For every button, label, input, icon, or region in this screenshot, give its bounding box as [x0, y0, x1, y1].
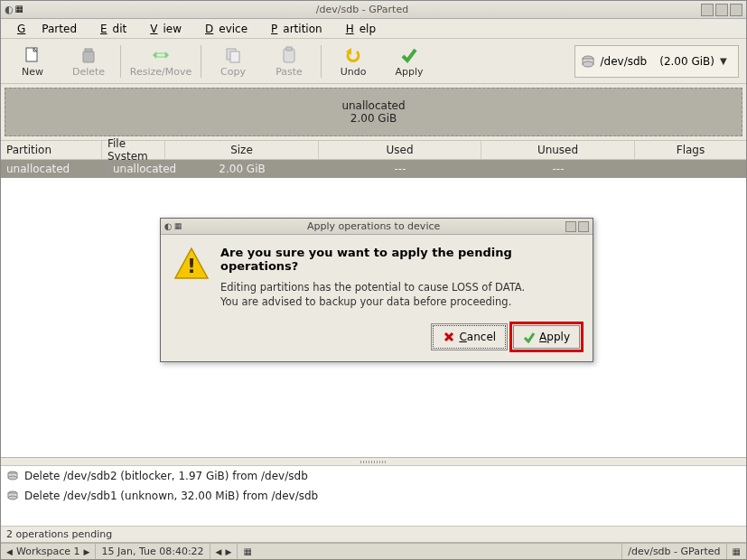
fs-swatch-icon [107, 163, 109, 174]
check-icon [399, 45, 419, 65]
svg-marker-5 [165, 51, 169, 59]
menu-device[interactable]: Device [194, 21, 253, 37]
menu-partition[interactable]: Partition [260, 21, 328, 37]
pane-splitter[interactable] [1, 458, 746, 465]
dialog-minimize-button[interactable] [565, 221, 576, 232]
disk-icon [581, 54, 595, 69]
apply-dialog: ◐ ▦ Apply operations to device ! Are you… [160, 218, 593, 362]
svg-point-21 [8, 476, 17, 480]
menu-edit[interactable]: Edit [89, 21, 132, 37]
svg-rect-3 [85, 49, 92, 51]
taskbar-nav[interactable]: ◀ ▶ [210, 544, 238, 559]
resize-icon [151, 45, 171, 65]
dialog-message-line2: You are advised to backup your data befo… [220, 294, 580, 309]
document-new-icon [23, 45, 42, 65]
tray-icon: ▦ [733, 546, 741, 556]
main-area: ◐ ▦ Apply operations to device ! Are you… [1, 178, 746, 458]
status-text: 2 operations pending [6, 528, 112, 540]
undo-icon [343, 45, 363, 65]
copy-button: Copy [205, 42, 261, 81]
svg-point-14 [583, 61, 593, 67]
workspace-switcher[interactable]: ◀ Workspace 1 ▶ [1, 544, 96, 559]
dialog-close-button[interactable] [578, 221, 589, 232]
cell-flags [635, 160, 746, 178]
menu-view[interactable]: View [139, 21, 187, 37]
chevron-down-icon: ▼ [720, 56, 733, 66]
cell-size: 2.00 GiB [165, 160, 319, 178]
cancel-icon [443, 331, 455, 343]
dialog-titlebar: ◐ ▦ Apply operations to device [161, 219, 593, 235]
svg-rect-2 [83, 51, 94, 62]
drive-selector-size: (2.00 GiB) [659, 55, 714, 68]
svg-text:!: ! [187, 255, 196, 277]
svg-point-24 [8, 496, 17, 499]
dialog-app-icon: ▦ [174, 221, 182, 231]
drive-selector[interactable]: /dev/sdb (2.00 GiB) ▼ [574, 45, 739, 78]
new-button[interactable]: New [5, 42, 61, 81]
drive-selector-device: /dev/sdb [601, 55, 648, 68]
dialog-cancel-button[interactable]: Cancel [433, 325, 506, 349]
chevron-right-icon: ▶ [84, 547, 90, 556]
apply-button[interactable]: Apply [381, 42, 437, 81]
list-item[interactable]: Delete /dev/sdb2 (bitlocker, 1.97 GiB) f… [1, 466, 746, 486]
chevron-left-icon: ◀ [6, 547, 13, 556]
dialog-apply-button[interactable]: Apply [513, 325, 580, 349]
dialog-sysmenu-icon[interactable]: ◐ [164, 221, 173, 231]
pending-op-text: Delete /dev/sdb1 (unknown, 32.00 MiB) fr… [24, 490, 318, 502]
cell-partition: unallocated [1, 160, 102, 178]
pending-operations-list: Delete /dev/sdb2 (bitlocker, 1.97 GiB) f… [1, 465, 746, 527]
table-row[interactable]: unallocated unallocated 2.00 GiB --- --- [1, 160, 746, 178]
list-item[interactable]: Delete /dev/sdb1 (unknown, 32.00 MiB) fr… [1, 486, 746, 506]
cell-fs: unallocated [102, 160, 165, 178]
col-header-flags[interactable]: Flags [635, 141, 746, 159]
chevron-left-icon: ◀ [216, 547, 222, 556]
col-header-partition[interactable]: Partition [1, 141, 102, 159]
dialog-title: Apply operations to device [182, 220, 565, 232]
col-header-unused[interactable]: Unused [481, 141, 635, 159]
cell-used: --- [319, 160, 481, 178]
window-maximize-button[interactable] [715, 4, 728, 16]
window-title: /dev/sdb - GParted [23, 4, 701, 15]
window-sysmenu-icon[interactable]: ◐ [5, 4, 14, 15]
menu-help[interactable]: Help [335, 21, 381, 37]
pending-op-text: Delete /dev/sdb2 (bitlocker, 1.97 GiB) f… [24, 470, 308, 482]
delete-button: Delete [61, 42, 117, 81]
col-header-used[interactable]: Used [319, 141, 481, 159]
cell-unused: --- [481, 160, 635, 178]
titlebar: ◐ ▦ /dev/sdb - GParted [1, 1, 746, 19]
copy-icon [223, 45, 243, 65]
statusbar: 2 operations pending [1, 527, 746, 543]
dialog-heading: Are you sure you want to apply the pendi… [220, 246, 580, 273]
col-header-filesystem[interactable]: File System [102, 141, 165, 159]
col-header-size[interactable]: Size [165, 141, 319, 159]
delete-drive-icon [6, 471, 19, 481]
delete-drive-icon [6, 490, 19, 501]
check-icon [523, 331, 536, 343]
main-window: ◐ ▦ /dev/sdb - GParted GParted Edit View… [0, 0, 747, 560]
resize-move-button: Resize/Move [125, 42, 197, 81]
svg-rect-6 [156, 53, 165, 57]
window-close-button[interactable] [730, 4, 742, 16]
menu-gparted[interactable]: GParted [6, 21, 82, 37]
dialog-message-line1: Editing partitions has the potential to … [220, 280, 580, 294]
svg-rect-8 [230, 51, 239, 62]
warning-icon: ! [173, 246, 210, 282]
trash-icon [79, 45, 98, 65]
window-app-icon: ▦ [15, 4, 23, 15]
paste-button: Paste [261, 42, 317, 81]
partition-graphic[interactable]: unallocated 2.00 GiB [5, 88, 742, 136]
chevron-right-icon: ▶ [226, 547, 232, 556]
svg-rect-10 [286, 47, 292, 51]
undo-button[interactable]: Undo [325, 42, 381, 81]
app-icon: ▦ [243, 546, 251, 556]
partition-table-header: Partition File System Size Used Unused F… [1, 140, 746, 160]
window-minimize-button[interactable] [701, 4, 714, 16]
taskbar-app-button[interactable]: ▦ [238, 544, 257, 559]
toolbar: New Delete Resize/Move Copy Paste Undo A… [1, 39, 746, 84]
partition-graphic-label: unallocated [341, 99, 405, 112]
paste-icon [279, 45, 299, 65]
taskbar-tray[interactable]: ▦ [727, 544, 746, 559]
menubar: GParted Edit View Device Partition Help [1, 19, 746, 39]
taskbar: ◀ Workspace 1 ▶ 15 Jan, Tue 08:40:22 ◀ ▶… [1, 543, 746, 559]
taskbar-active-window[interactable]: /dev/sdb - GParted [621, 544, 726, 559]
